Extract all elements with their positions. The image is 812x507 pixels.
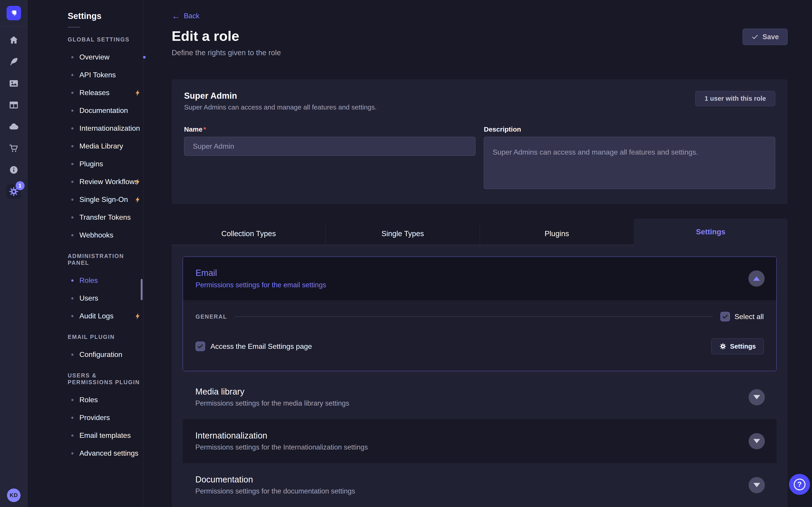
sidebar-item-overview[interactable]: Overview [68, 48, 139, 66]
lightning-icon [134, 312, 142, 320]
sidebar-item-roles[interactable]: Roles [68, 272, 139, 289]
logo-block [0, 0, 27, 26]
sidebar-item-documentation[interactable]: Documentation [68, 102, 139, 119]
accordion-list: Media library Permissions settings for t… [183, 375, 776, 507]
select-all-label: Select all [734, 313, 764, 321]
marketplace-nav-button[interactable] [6, 141, 21, 156]
permission-label: Access the Email Settings page [210, 342, 312, 351]
rail-icon-list: 1 [0, 26, 27, 206]
bullet-icon [71, 399, 73, 401]
tab-single-types[interactable]: Single Types [326, 222, 480, 245]
accordion-media-library[interactable]: Media library Permissions settings for t… [183, 375, 776, 419]
permission-checkbox-group: Access the Email Settings page [196, 342, 312, 351]
chevron-up-icon [753, 277, 760, 281]
sidebar-item-configuration[interactable]: Configuration [68, 346, 139, 363]
strapi-logo[interactable] [6, 6, 21, 20]
bullet-icon [71, 74, 73, 76]
settings-subnav: Settings GLOBAL SETTINGS Overview API To… [28, 0, 144, 507]
sidebar-item-api-tokens[interactable]: API Tokens [68, 66, 139, 84]
select-all-checkbox[interactable] [720, 312, 730, 321]
sidebar-item-users[interactable]: Users [68, 289, 139, 307]
checkmark-icon [722, 313, 728, 320]
lightning-icon [134, 89, 142, 97]
subnav-title: Settings [68, 11, 143, 21]
sidebar-item-review-workflows[interactable]: Review Workflows [68, 173, 139, 191]
section-label-administration-panel: ADMINISTRATION PANEL [68, 252, 143, 266]
description-textarea[interactable]: Super Admins can access and manage all f… [484, 137, 775, 189]
users-with-role-button[interactable]: 1 user with this role [695, 91, 775, 106]
permission-checkbox[interactable] [196, 342, 205, 351]
layout-icon [9, 100, 19, 110]
bullet-icon [71, 279, 73, 282]
email-settings-button[interactable]: Settings [711, 338, 764, 354]
help-button[interactable]: ? [789, 474, 810, 495]
section-label-email-plugin: EMAIL PLUGIN [68, 334, 143, 340]
accordion-subtitle: Permissions settings for the Internation… [195, 443, 368, 451]
description-field-label: Description [484, 125, 775, 133]
strapi-logo-icon [9, 8, 19, 18]
sidebar-item-audit-logs[interactable]: Audit Logs [68, 307, 139, 325]
sidebar-item-webhooks[interactable]: Webhooks [68, 226, 139, 244]
picture-icon [9, 78, 19, 89]
role-card-heading: Super Admin Super Admins can access and … [184, 91, 377, 111]
accordion-title: Internationalization [195, 431, 368, 441]
role-card: Super Admin Super Admins can access and … [172, 79, 788, 204]
permissions-panel: Email Permissions settings for the email… [172, 245, 788, 507]
nav-list-email-plugin: Configuration [68, 346, 143, 363]
lightning-icon [134, 178, 142, 186]
sidebar-item-email-templates[interactable]: Email templates [68, 427, 139, 444]
bullet-icon [71, 435, 73, 437]
page-title: Edit a role [172, 28, 788, 44]
content-type-builder-nav-button[interactable] [6, 98, 21, 112]
accordion-documentation[interactable]: Documentation Permissions settings for t… [183, 463, 776, 507]
subnav-scrollbar-thumb[interactable] [141, 279, 143, 300]
sidebar-item-advanced-settings[interactable]: Advanced settings [68, 444, 139, 462]
deploy-cloud-nav-button[interactable] [6, 119, 21, 134]
accordion-email-header[interactable]: Email Permissions settings for the email… [183, 257, 776, 300]
main-content: ← Back Edit a role Define the rights giv… [144, 0, 812, 507]
tab-collection-types[interactable]: Collection Types [172, 222, 326, 245]
media-library-nav-button[interactable] [6, 76, 21, 91]
accordion-title: Documentation [195, 475, 355, 485]
sidebar-item-providers[interactable]: Providers [68, 409, 139, 427]
nav-list-global: Overview API Tokens Releases Documentati… [68, 48, 143, 244]
collapse-toggle-button[interactable] [748, 270, 765, 287]
home-nav-button[interactable] [6, 33, 21, 47]
bullet-icon [71, 199, 73, 201]
main-nav-rail: 1 KD [0, 0, 28, 507]
role-fields: Name* Description Super Admins can acces… [184, 125, 775, 190]
accordion-heading: Media library Permissions settings for t… [195, 387, 349, 407]
gear-icon [719, 343, 726, 350]
expand-toggle-button[interactable] [749, 477, 765, 493]
settings-nav-button[interactable]: 1 [6, 184, 21, 199]
subnav-divider [68, 27, 80, 27]
sidebar-item-single-sign-on[interactable]: Single Sign-On [68, 191, 139, 209]
save-button[interactable]: Save [743, 29, 788, 45]
expand-toggle-button[interactable] [749, 433, 765, 449]
sidebar-item-up-roles[interactable]: Roles [68, 391, 139, 409]
sidebar-item-transfer-tokens[interactable]: Transfer Tokens [68, 209, 139, 226]
update-dot-icon [143, 56, 146, 59]
back-link[interactable]: ← Back [172, 12, 788, 20]
sidebar-item-internationalization[interactable]: Internationalization [68, 119, 139, 137]
bullet-icon [71, 353, 73, 356]
sidebar-item-releases[interactable]: Releases [68, 84, 139, 102]
accordion-title: Media library [195, 387, 349, 397]
bullet-icon [71, 92, 73, 94]
tab-plugins[interactable]: Plugins [480, 222, 634, 245]
name-field-group: Name* [184, 125, 475, 190]
tab-settings[interactable]: Settings [634, 219, 788, 245]
permissions-tabbar: Collection Types Single Types Plugins Se… [172, 219, 788, 245]
name-input[interactable] [184, 137, 475, 156]
chevron-down-icon [753, 395, 760, 399]
user-avatar[interactable]: KD [7, 489, 20, 502]
content-manager-nav-button[interactable] [6, 55, 21, 69]
section-label-global-settings: GLOBAL SETTINGS [68, 36, 143, 43]
accordion-internationalization[interactable]: Internationalization Permissions setting… [183, 419, 776, 463]
bullet-icon [71, 452, 73, 454]
chevron-down-icon [753, 439, 760, 443]
sidebar-item-media-library[interactable]: Media Library [68, 137, 139, 155]
sidebar-item-plugins[interactable]: Plugins [68, 155, 139, 173]
expand-toggle-button[interactable] [749, 389, 765, 405]
info-nav-button[interactable] [6, 163, 21, 177]
